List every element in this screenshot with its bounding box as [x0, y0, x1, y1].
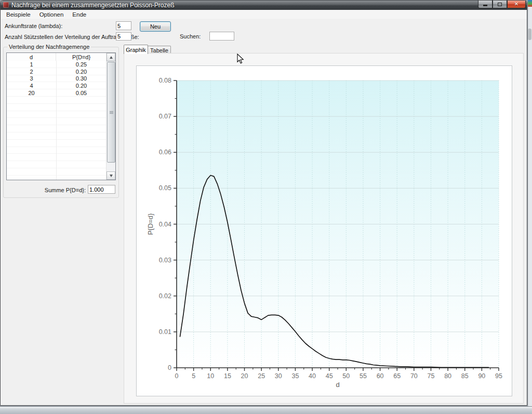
cell-p[interactable]: 0.20 — [56, 82, 107, 89]
y-tick-label: 0.04 — [159, 221, 171, 228]
background-scrollbar-thumb — [528, 29, 531, 40]
scroll-down-button[interactable] — [107, 171, 115, 180]
sum-label: Summe P{D=d}: — [8, 187, 86, 193]
y-tick-label: 0.02 — [159, 292, 171, 300]
x-tick-label: 20 — [241, 372, 248, 380]
suchen-label: Suchen: — [180, 33, 201, 39]
x-tick-label: 10 — [207, 372, 214, 380]
x-tick-label: 5 — [192, 372, 195, 380]
menu-item-beispiele[interactable]: Beispiele — [3, 11, 34, 18]
scrollbar-thumb[interactable] — [107, 62, 115, 163]
desktop: Nachfrage bei einem zusammengesetzten Po… — [0, 0, 532, 414]
mouse-cursor-icon — [237, 54, 244, 64]
table-row[interactable]: 10.25 — [7, 61, 107, 68]
x-tick-label: 90 — [478, 372, 485, 380]
neu-button-label: Neu — [150, 23, 161, 30]
column-header-d[interactable]: d — [7, 53, 56, 61]
distribution-table[interactable]: d P{D=d} 10.2520.2030.3040.20200.05 — [6, 52, 116, 180]
cell-d[interactable]: 20 — [7, 89, 56, 97]
cell-p[interactable]: 0.05 — [56, 89, 107, 97]
y-tick-label: 0 — [168, 364, 171, 371]
y-tick-label: 0.08 — [159, 77, 171, 84]
cell-p[interactable]: 0.25 — [56, 61, 107, 68]
thumb-grip-icon — [110, 112, 113, 113]
menu-bar: Beispiele Optionen Ende — [1, 10, 527, 19]
stuetzstellen-input[interactable] — [116, 32, 131, 41]
x-tick-label: 85 — [461, 372, 469, 380]
x-tick-label: 45 — [326, 372, 333, 380]
y-axis-title: P{D=d} — [147, 213, 154, 235]
maximize-button[interactable] — [493, 1, 507, 8]
app-icon — [3, 2, 9, 8]
background-app-icon — [528, 0, 532, 7]
taskbar[interactable] — [0, 406, 532, 414]
arrow-down-icon — [110, 175, 113, 177]
tab-tabelle-label: Tabelle — [150, 47, 168, 54]
minimize-button[interactable] — [478, 1, 493, 8]
cell-p[interactable]: 0.30 — [56, 75, 107, 83]
table-row[interactable]: 200.05 — [7, 89, 107, 97]
x-tick-label: 0 — [175, 372, 179, 380]
table-row[interactable]: 20.20 — [7, 68, 107, 75]
y-tick-label: 0.06 — [159, 149, 171, 156]
y-tick-label: 0.05 — [159, 184, 171, 192]
table-row[interactable]: 40.20 — [7, 82, 107, 89]
close-button[interactable]: ✕ — [507, 1, 526, 8]
tab-page-graphik: 0510152025303540455055606570758085909500… — [124, 53, 524, 404]
cell-p[interactable]: 0.20 — [56, 68, 107, 75]
window-controls: ✕ — [478, 1, 526, 8]
window-title: Nachfrage bei einem zusammengesetzten Po… — [11, 2, 175, 9]
sum-input[interactable] — [88, 185, 115, 194]
title-bar[interactable]: Nachfrage bei einem zusammengesetzten Po… — [1, 1, 527, 10]
cell-d[interactable]: 1 — [7, 61, 56, 68]
x-tick-label: 95 — [495, 372, 502, 380]
app-window: Nachfrage bei einem zusammengesetzten Po… — [0, 0, 527, 406]
table-scrollbar[interactable] — [106, 53, 115, 180]
table-body: 10.2520.2030.3040.20200.05 — [7, 61, 107, 180]
background-window-strip — [528, 0, 532, 406]
distribution-groupbox: Verteilung der Nachfragemenge d P{D=d} 1… — [3, 47, 119, 198]
scroll-up-button[interactable] — [107, 53, 115, 61]
groupbox-title: Verteilung der Nachfragemenge — [7, 44, 91, 50]
table-row[interactable]: 30.30 — [7, 75, 107, 83]
x-tick-label: 30 — [275, 372, 282, 380]
x-tick-label: 40 — [309, 372, 316, 380]
x-tick-label: 15 — [224, 372, 231, 380]
cell-d[interactable]: 3 — [7, 75, 56, 83]
x-tick-label: 50 — [342, 372, 350, 380]
arrow-up-icon — [110, 56, 113, 59]
minimize-icon — [483, 5, 487, 6]
cell-d[interactable]: 4 — [7, 82, 56, 89]
x-tick-label: 55 — [360, 372, 367, 380]
maximize-icon — [498, 3, 502, 6]
close-icon: ✕ — [514, 2, 518, 7]
tab-graphik[interactable]: Graphik — [124, 45, 148, 54]
demand-chart: 0510152025303540455055606570758085909500… — [137, 66, 512, 396]
neu-button[interactable]: Neu — [140, 21, 171, 32]
chart-panel: 0510152025303540455055606570758085909500… — [136, 65, 512, 396]
lambda-input[interactable] — [116, 21, 131, 30]
lambda-label: Ankunftsrate (lambda): — [5, 23, 62, 29]
menu-item-optionen[interactable]: Optionen — [36, 11, 68, 18]
x-tick-label: 35 — [291, 372, 299, 380]
x-tick-label: 25 — [258, 372, 265, 380]
x-tick-label: 65 — [393, 372, 401, 380]
menu-item-ende[interactable]: Ende — [69, 11, 90, 18]
x-axis-title: d — [336, 381, 339, 389]
table-header: d P{D=d} — [7, 53, 115, 61]
tab-graphik-label: Graphik — [126, 47, 146, 53]
column-header-p[interactable]: P{D=d} — [56, 53, 107, 61]
y-tick-label: 0.03 — [159, 257, 171, 264]
y-tick-label: 0.01 — [159, 328, 171, 336]
suchen-input[interactable] — [209, 32, 234, 41]
y-tick-label: 0.07 — [159, 113, 171, 120]
x-tick-label: 70 — [410, 372, 418, 380]
x-tick-label: 60 — [377, 372, 384, 380]
x-tick-label: 80 — [444, 372, 451, 380]
x-tick-label: 75 — [428, 372, 435, 380]
cell-d[interactable]: 2 — [7, 68, 56, 75]
